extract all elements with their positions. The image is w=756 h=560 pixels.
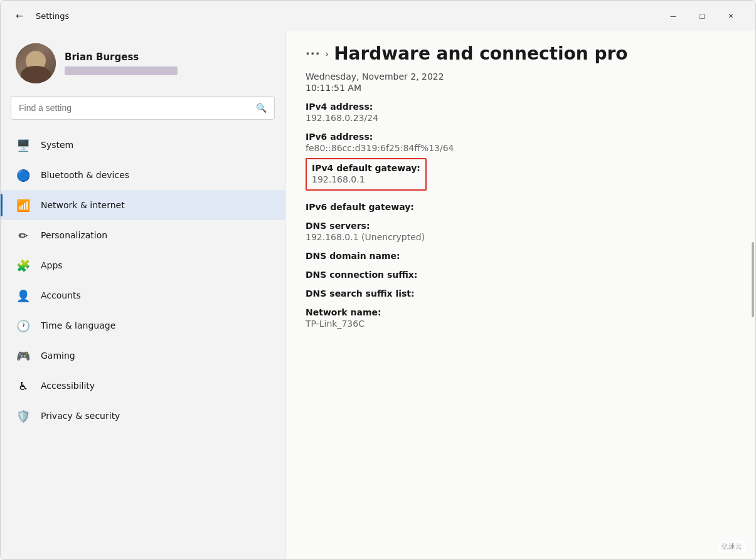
avatar [16,43,56,83]
system-icon: 🖥️ [16,137,31,152]
search-box[interactable]: 🔍 [11,96,275,120]
dns-domain-label: DNS domain name: [306,251,735,261]
network-name-value: TP-Link_736C [306,319,735,329]
ipv6-address-row: IPv6 address: fe80::86cc:d319:6f25:84ff%… [306,132,735,153]
search-icon: 🔍 [256,103,267,113]
sidebar-item-time[interactable]: 🕐 Time & language [1,310,285,341]
ipv4-gateway-value: 192.168.0.1 [312,174,420,184]
ipv4-address-row: IPv4 address: 192.168.0.23/24 [306,102,735,123]
timestamp-time: 10:11:51 AM [306,83,735,93]
scrollbar-thumb[interactable] [752,242,754,317]
sidebar-label-privacy: Privacy & security [41,411,120,421]
user-section: Brian Burgess [1,31,285,96]
sidebar-label-gaming: Gaming [41,351,75,361]
minimize-button[interactable]: — [659,6,688,26]
ipv6-gateway-label: IPv6 default gateway: [306,202,735,212]
timestamp-date: Wednesday, November 2, 2022 [306,71,735,82]
personalization-icon: ✏️ [16,228,31,243]
time-icon: 🕐 [16,318,31,333]
user-name: Brian Burgess [65,51,178,63]
gaming-icon: 🎮 [16,348,31,363]
dns-domain-row: DNS domain name: [306,251,735,261]
sidebar-label-bluetooth: Bluetooth & devices [41,170,129,180]
sidebar-label-accounts: Accounts [41,290,81,300]
settings-window: ← Settings — □ ✕ Brian Burgess [0,0,756,560]
privacy-icon: 🛡️ [16,408,31,423]
ipv4-address-label: IPv4 address: [306,102,735,112]
dns-connection-suffix-label: DNS connection suffix: [306,270,735,280]
content-header: ··· › Hardware and connection pro [285,31,755,71]
ipv6-address-value: fe80::86cc:d319:6f25:84ff%13/64 [306,143,735,153]
main-area: Brian Burgess 🔍 🖥️ System 🔵 Bluetooth & … [1,31,755,559]
sidebar-label-network: Network & internet [41,200,125,210]
ipv6-gateway-row: IPv6 default gateway: [306,202,735,212]
dns-search-suffix-label: DNS search suffix list: [306,288,735,298]
nav-list: 🖥️ System 🔵 Bluetooth & devices 📶 Networ… [1,127,285,559]
page-title: Hardware and connection pro [334,43,627,64]
close-button[interactable]: ✕ [716,6,745,26]
ipv6-address-label: IPv6 address: [306,132,735,142]
breadcrumb-chevron: › [326,49,329,59]
sidebar-item-personalization[interactable]: ✏️ Personalization [1,220,285,250]
titlebar: ← Settings — □ ✕ [1,1,755,31]
search-input[interactable] [19,103,251,113]
bluetooth-icon: 🔵 [16,167,31,182]
sidebar-item-network[interactable]: 📶 Network & internet [1,190,285,220]
ipv4-gateway-highlight: IPv4 default gateway: 192.168.0.1 [306,158,427,191]
sidebar-label-accessibility: Accessibility [41,381,95,391]
sidebar-item-gaming[interactable]: 🎮 Gaming [1,341,285,371]
scrollbar-track[interactable] [750,31,755,559]
network-name-label: Network name: [306,307,735,317]
avatar-image [16,43,56,83]
ipv4-gateway-label: IPv4 default gateway: [312,163,420,173]
user-email-bar [65,66,178,75]
sidebar-item-privacy[interactable]: 🛡️ Privacy & security [1,401,285,431]
sidebar-item-apps[interactable]: 🧩 Apps [1,250,285,280]
network-icon: 📶 [16,198,31,213]
breadcrumb-dots: ··· [306,47,321,60]
dns-search-suffix-row: DNS search suffix list: [306,288,735,298]
maximize-button[interactable]: □ [688,6,716,26]
accounts-icon: 👤 [16,288,31,303]
app-title: Settings [36,11,69,21]
sidebar-label-system: System [41,140,73,150]
sidebar-item-system[interactable]: 🖥️ System [1,130,285,160]
dns-servers-value: 192.168.0.1 (Unencrypted) [306,232,735,242]
apps-icon: 🧩 [16,258,31,273]
sidebar-item-bluetooth[interactable]: 🔵 Bluetooth & devices [1,160,285,190]
sidebar-item-accounts[interactable]: 👤 Accounts [1,280,285,310]
dns-servers-label: DNS servers: [306,221,735,231]
timestamp-row: Wednesday, November 2, 2022 10:11:51 AM [306,71,735,93]
sidebar-label-time: Time & language [41,320,115,330]
back-button[interactable]: ← [11,7,28,24]
dns-servers-row: DNS servers: 192.168.0.1 (Unencrypted) [306,221,735,242]
accessibility-icon: ♿ [16,378,31,393]
user-info: Brian Burgess [65,51,178,75]
sidebar: Brian Burgess 🔍 🖥️ System 🔵 Bluetooth & … [1,31,285,559]
sidebar-label-personalization: Personalization [41,230,107,240]
content-area: ··· › Hardware and connection pro Wednes… [285,31,755,559]
window-controls: — □ ✕ [659,6,745,26]
network-name-row: Network name: TP-Link_736C [306,307,735,329]
watermark: 亿速云 [718,541,746,552]
dns-connection-suffix-row: DNS connection suffix: [306,270,735,280]
content-body: Wednesday, November 2, 2022 10:11:51 AM … [285,71,755,559]
ipv4-gateway-row: IPv4 default gateway: 192.168.0.1 [306,156,735,193]
sidebar-item-accessibility[interactable]: ♿ Accessibility [1,371,285,401]
sidebar-label-apps: Apps [41,260,63,270]
ipv4-address-value: 192.168.0.23/24 [306,113,735,123]
